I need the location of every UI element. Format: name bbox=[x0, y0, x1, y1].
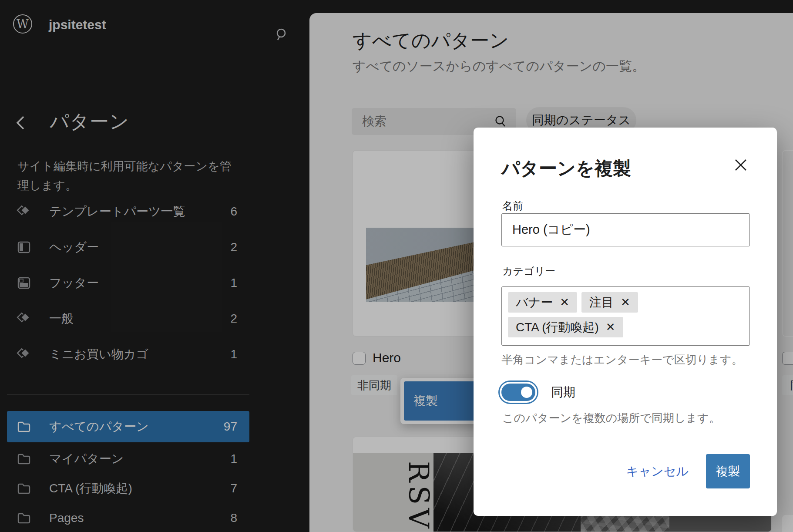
sync-help-text: このパターンを複数の場所で同期します。 bbox=[502, 411, 720, 426]
category-token: 注目 ✕ bbox=[581, 292, 638, 313]
category-token: CTA (行動喚起) ✕ bbox=[508, 317, 623, 337]
toggle-knob bbox=[521, 387, 532, 398]
token-label: 注目 bbox=[589, 294, 614, 311]
category-help-text: 半角コンマまたはエンターキーで区切ります。 bbox=[501, 352, 743, 367]
token-label: CTA (行動喚起) bbox=[516, 319, 599, 336]
site-editor-patterns-screen: W jpsitetest パターン サイト編集時に利用可能なパターンを管理します… bbox=[0, 0, 793, 532]
duplicate-submit-button[interactable]: 複製 bbox=[706, 454, 750, 488]
remove-token-icon[interactable]: ✕ bbox=[621, 296, 630, 309]
duplicate-pattern-modal: パターンを複製 名前 カテゴリー バナー ✕ 注目 ✕ CTA (行動喚起) ✕… bbox=[474, 128, 777, 516]
cancel-button[interactable]: キャンセル bbox=[626, 463, 689, 480]
sync-toggle[interactable] bbox=[501, 384, 535, 401]
name-input[interactable] bbox=[501, 213, 750, 246]
remove-token-icon[interactable]: ✕ bbox=[560, 296, 569, 309]
category-field-label: カテゴリー bbox=[502, 264, 555, 278]
close-icon[interactable] bbox=[730, 155, 751, 175]
sync-toggle-label: 同期 bbox=[551, 384, 575, 401]
remove-token-icon[interactable]: ✕ bbox=[606, 320, 615, 334]
token-label: バナー bbox=[516, 294, 553, 311]
modal-title: パターンを複製 bbox=[501, 156, 631, 181]
sync-toggle-row: 同期 bbox=[501, 384, 575, 401]
modal-footer: キャンセル 複製 bbox=[474, 454, 750, 488]
name-field-label: 名前 bbox=[502, 199, 523, 213]
category-token: バナー ✕ bbox=[508, 292, 577, 313]
category-token-input[interactable]: バナー ✕ 注目 ✕ CTA (行動喚起) ✕ bbox=[501, 286, 750, 346]
